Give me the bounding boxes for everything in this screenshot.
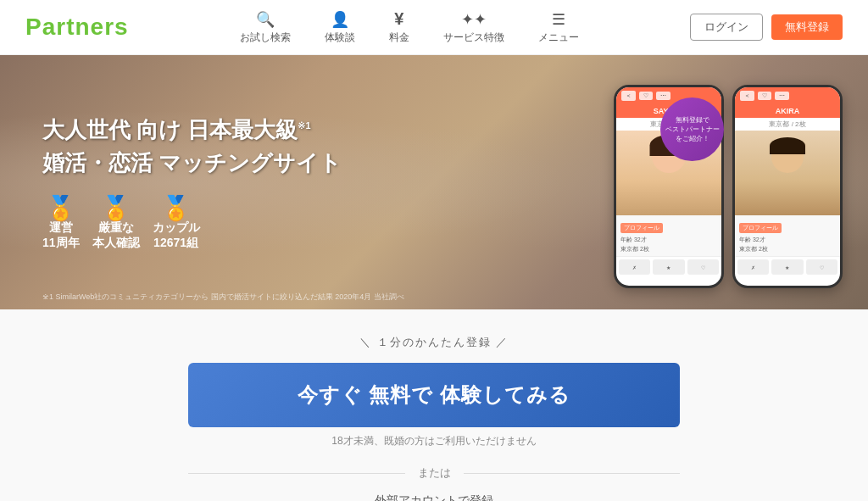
badge-couples: 🏅 カップル 12671組 bbox=[153, 197, 200, 251]
badge-couples-line2: 12671組 bbox=[153, 236, 198, 251]
person-icon: 👤 bbox=[331, 10, 349, 29]
badge-years-line2: 11周年 bbox=[42, 236, 80, 251]
nav-testimonial[interactable]: 👤 体験談 bbox=[325, 10, 355, 45]
phone-akira: ＜ ♡ ⋯ AKIRA 東京都 / 2枚 プロフィール 年齢 32才 東京都 2… bbox=[732, 85, 843, 288]
nav-menu-label: メニュー bbox=[538, 31, 579, 45]
phone-profile-section-2: プロフィール 年齢 32才 東京都 2枚 bbox=[735, 215, 840, 257]
phone-subinfo-2: 東京都 / 2枚 bbox=[735, 118, 840, 131]
main-content: ＼ １分のかんたん登録 ／ 今すぐ 無料で 体験してみる 18才未満、既婚の方は… bbox=[0, 309, 868, 501]
phone-profile-age-1: 年齢 32才 東京都 2枚 bbox=[620, 235, 717, 253]
hero-content: 大人世代 向け 日本最大級※1 婚活・恋活 マッチングサイト 🏅 運営 11周年… bbox=[0, 88, 605, 276]
nav-search[interactable]: 🔍 お試し検索 bbox=[240, 10, 291, 45]
nav-features-label: サービス特徴 bbox=[443, 31, 504, 45]
phone-profile-age-2: 年齢 32才 東京都 2枚 bbox=[739, 235, 836, 253]
yen-icon: ¥ bbox=[394, 9, 403, 29]
login-button[interactable]: ログイン bbox=[690, 14, 763, 41]
nav-menu[interactable]: ☰ メニュー bbox=[538, 10, 579, 45]
features-icon: ✦✦ bbox=[461, 10, 487, 29]
nav-pricing-label: 料金 bbox=[389, 31, 409, 45]
header-buttons: ログイン 無料登録 bbox=[690, 14, 843, 41]
nav-pricing[interactable]: ¥ 料金 bbox=[389, 9, 409, 45]
badge-wreath-3: 🏅 bbox=[161, 197, 191, 220]
badge-couples-line1: カップル bbox=[153, 220, 200, 236]
phone-action-3[interactable]: ♡ bbox=[687, 259, 719, 275]
avatar-male bbox=[735, 131, 840, 215]
hero-section: 大人世代 向け 日本最大級※1 婚活・恋活 マッチングサイト 🏅 運営 11周年… bbox=[0, 55, 868, 309]
section-subtitle: ＼ １分のかんたん登録 ／ bbox=[359, 335, 509, 350]
phone-btn-1[interactable]: ♡ bbox=[639, 92, 653, 100]
divider-line-left bbox=[188, 473, 405, 474]
phone-header-2: ＜ ♡ ⋯ bbox=[735, 87, 840, 104]
phones-container: ＜ ♡ ⋯ SAYAKA 東京都 / 2枚 プロフィール 年齢 32才 東京都 … bbox=[605, 68, 868, 297]
badge-verification-line2: 本人確認 bbox=[92, 236, 140, 251]
cta-button[interactable]: 今すぐ 無料で 体験してみる bbox=[188, 363, 680, 427]
phone-bottom-2: ✗ ★ ♡ bbox=[735, 257, 840, 277]
sticker-line1: 無料登録で bbox=[676, 115, 709, 125]
sticker-line2: ベストパートナー bbox=[665, 125, 720, 134]
hero-title: 大人世代 向け 日本最大級※1 婚活・恋活 マッチングサイト bbox=[42, 114, 563, 180]
divider-line-right bbox=[464, 473, 681, 474]
phone-back-btn-2[interactable]: ＜ bbox=[740, 91, 754, 101]
search-icon: 🔍 bbox=[256, 10, 275, 29]
main-nav: 🔍 お試し検索 👤 体験談 ¥ 料金 ✦✦ サービス特徴 ☰ メニュー bbox=[240, 9, 579, 45]
phone-back-btn-1[interactable]: ＜ bbox=[621, 91, 636, 101]
phone-btn-2[interactable]: ⋯ bbox=[656, 92, 670, 100]
registration-sticker[interactable]: 無料登録で ベストパートナー をご紹介！ bbox=[660, 97, 724, 161]
divider-or: または bbox=[188, 465, 680, 481]
sticker-line3: をご紹介！ bbox=[676, 134, 709, 143]
phone-avatar-2 bbox=[735, 131, 840, 215]
nav-testimonial-label: 体験談 bbox=[325, 31, 355, 45]
hero-footnote: ※1 SimilarWeb社のコミュニティカテゴリーから 国内で婚活サイトに絞り… bbox=[42, 292, 404, 303]
social-section-title: 外部アカウントで登録 bbox=[375, 493, 493, 501]
hamburger-icon: ☰ bbox=[552, 10, 565, 29]
header: Partners 🔍 お試し検索 👤 体験談 ¥ 料金 ✦✦ サービス特徴 ☰ … bbox=[0, 0, 868, 55]
phone-action-2[interactable]: ★ bbox=[653, 259, 684, 275]
hero-badges: 🏅 運営 11周年 🏅 厳重な 本人確認 🏅 カップル 12671組 bbox=[42, 197, 563, 251]
phone-action-6[interactable]: ♡ bbox=[806, 259, 837, 275]
phone-action-1[interactable]: ✗ bbox=[619, 259, 650, 275]
hero-title-line2: 婚活・恋活 マッチングサイト bbox=[42, 147, 563, 180]
cta-note: 18才未満、既婚の方はご利用いただけません bbox=[331, 434, 536, 448]
hero-title-line1: 大人世代 向け 日本最大級※1 bbox=[42, 114, 563, 147]
register-button[interactable]: 無料登録 bbox=[771, 14, 843, 40]
logo: Partners bbox=[25, 14, 129, 41]
phone-action-5[interactable]: ★ bbox=[771, 259, 803, 275]
phone-action-4[interactable]: ✗ bbox=[737, 259, 769, 275]
phone-profile-section-1: プロフィール 年齢 32才 東京都 2枚 bbox=[616, 215, 721, 257]
phone-name-2: AKIRA bbox=[735, 104, 840, 118]
phone-bottom-1: ✗ ★ ♡ bbox=[616, 257, 721, 277]
nav-features[interactable]: ✦✦ サービス特徴 bbox=[443, 10, 504, 45]
badge-verification: 🏅 厳重な 本人確認 bbox=[92, 197, 140, 251]
badge-wreath-1: 🏅 bbox=[46, 197, 75, 220]
phone-profile-label-1: プロフィール bbox=[620, 223, 663, 233]
badge-verification-line1: 厳重な bbox=[98, 220, 134, 236]
hero-sup: ※1 bbox=[298, 120, 310, 131]
phone-btn-4[interactable]: ⋯ bbox=[775, 92, 789, 100]
phone-profile-label-2: プロフィール bbox=[739, 223, 782, 233]
badge-years: 🏅 運営 11周年 bbox=[42, 197, 80, 251]
badge-wreath-2: 🏅 bbox=[101, 197, 131, 220]
nav-search-label: お試し検索 bbox=[240, 31, 291, 45]
divider-text: または bbox=[418, 465, 451, 481]
badge-years-line1: 運営 bbox=[49, 220, 73, 236]
phone-btn-3[interactable]: ♡ bbox=[758, 92, 771, 100]
